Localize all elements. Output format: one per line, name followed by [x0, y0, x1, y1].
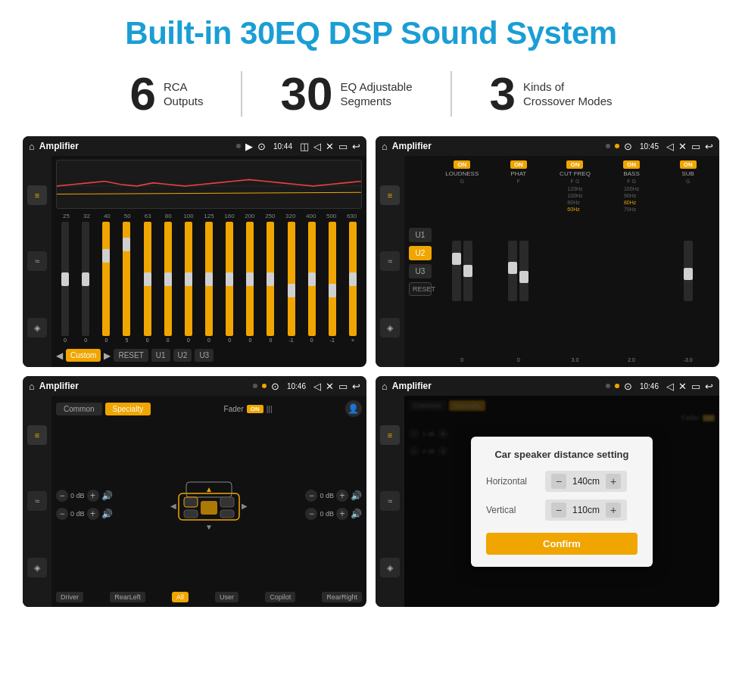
play-icon[interactable]: ▶: [245, 141, 253, 152]
amp-fader-on[interactable]: ON: [247, 405, 263, 413]
dist-home-icon[interactable]: ⌂: [382, 381, 388, 392]
amp-rearleft-btn[interactable]: RearLeft: [110, 592, 145, 602]
dsp-sidebar-btn-3[interactable]: ◈: [380, 318, 400, 338]
amp-plus-2[interactable]: +: [87, 508, 99, 520]
amp-plus-3[interactable]: +: [336, 490, 348, 502]
eq-slider-1[interactable]: 0: [76, 222, 95, 343]
eq-slider-0[interactable]: 0: [56, 222, 74, 343]
amp-minus-3[interactable]: −: [305, 490, 317, 502]
eq-u1-btn[interactable]: U1: [151, 349, 170, 362]
volume-icon[interactable]: ◁: [313, 141, 321, 152]
amp-car-area: ▲ ▼ ◀ ▶: [117, 471, 301, 539]
dist-sidebar-btn-3[interactable]: ◈: [380, 558, 400, 577]
dsp-loudness-on[interactable]: ON: [454, 160, 470, 169]
dsp-phat-on[interactable]: ON: [510, 160, 527, 169]
eq-next-btn[interactable]: ▶: [104, 350, 111, 361]
dsp-sidebar-btn-1[interactable]: ≡: [380, 185, 400, 205]
svg-text:◀: ◀: [170, 502, 176, 510]
amp-all-btn[interactable]: All: [172, 592, 189, 602]
dist-close-icon[interactable]: ✕: [678, 381, 687, 392]
dist-back-icon[interactable]: ↩: [705, 381, 713, 392]
dsp-sub-on[interactable]: ON: [680, 160, 697, 169]
eq-slider-3[interactable]: 5: [117, 222, 136, 343]
dsp-bass-on[interactable]: ON: [623, 160, 640, 169]
amp-rearright-btn[interactable]: RearRight: [322, 592, 362, 602]
dsp-screen-time: 10:45: [640, 142, 659, 151]
amp-minus-2[interactable]: −: [56, 508, 68, 520]
dsp-u1-btn[interactable]: U1: [409, 228, 432, 242]
eq-u3-btn[interactable]: U3: [195, 349, 214, 362]
amp-driver-btn[interactable]: Driver: [56, 592, 83, 602]
dsp-back-icon[interactable]: ↩: [705, 141, 713, 152]
eq-slider-2[interactable]: 0: [97, 222, 115, 343]
dist-vertical-plus[interactable]: +: [606, 502, 621, 518]
dsp-vol-icon[interactable]: ◁: [666, 141, 674, 152]
camera-icon[interactable]: ◫: [300, 141, 309, 152]
eq-slider-8[interactable]: 0: [220, 222, 238, 343]
eq-prev-btn[interactable]: ◀: [56, 350, 63, 361]
amp-screen-header: ⌂ Amplifier ⊙ 10:46 ◁ ✕ ▭ ↩: [23, 376, 366, 396]
dsp-u-col: U1 U2 U3 RESET: [409, 160, 432, 362]
dsp-home-icon[interactable]: ⌂: [382, 141, 388, 152]
eq-slider-13[interactable]: -1: [323, 222, 341, 343]
dsp-u3-btn[interactable]: U3: [409, 264, 432, 278]
close-icon[interactable]: ✕: [326, 141, 334, 152]
amp-sidebar-btn-2[interactable]: ≈: [27, 491, 47, 511]
eq-screen-time: 10:44: [273, 142, 292, 151]
home-icon[interactable]: ⌂: [29, 141, 35, 152]
amp-minus-1[interactable]: −: [56, 490, 68, 502]
dist-confirm-button[interactable]: Confirm: [486, 533, 638, 555]
dist-vol-icon[interactable]: ◁: [666, 381, 674, 392]
eq-u2-btn[interactable]: U2: [173, 349, 192, 362]
amp-back-icon[interactable]: ↩: [352, 381, 360, 392]
amp-close-icon[interactable]: ✕: [326, 381, 334, 392]
amp-copilot-btn[interactable]: Copilot: [265, 592, 295, 602]
back-icon[interactable]: ↩: [352, 141, 360, 152]
amp-plus-1[interactable]: +: [87, 490, 99, 502]
eq-sidebar-btn-3[interactable]: ◈: [27, 318, 47, 338]
eq-slider-4[interactable]: 0: [139, 222, 157, 343]
dsp-close-icon[interactable]: ✕: [678, 141, 687, 152]
eq-slider-14[interactable]: »: [344, 222, 362, 343]
amp-vol-icon[interactable]: ◁: [313, 381, 321, 392]
amp-plus-4[interactable]: +: [336, 508, 348, 520]
dist-sidebar-btn-2[interactable]: ≈: [380, 491, 400, 511]
stat-eq-desc: EQ Adjustable Segments: [340, 79, 412, 109]
dsp-reset-btn[interactable]: RESET: [409, 282, 432, 296]
eq-slider-6[interactable]: 0: [179, 222, 198, 343]
amp-dot1: [253, 384, 257, 388]
amp-resize-icon[interactable]: ▭: [338, 381, 348, 392]
amp-user-btn[interactable]: User: [215, 592, 238, 602]
eq-reset-btn[interactable]: RESET: [114, 349, 148, 362]
dist-horizontal-minus[interactable]: −: [551, 474, 566, 489]
amp-sidebar: ≡ ≈ ◈: [23, 396, 51, 607]
stat-crossover-number: 3: [490, 70, 516, 117]
eq-sidebar-btn-1[interactable]: ≡: [27, 185, 47, 205]
resize-icon[interactable]: ▭: [338, 141, 348, 152]
eq-slider-10[interactable]: 0: [261, 222, 279, 343]
dist-horizontal-plus[interactable]: +: [606, 474, 621, 489]
eq-slider-11[interactable]: -1: [282, 222, 301, 343]
dist-vertical-minus[interactable]: −: [551, 502, 566, 518]
amp-tab-specialty[interactable]: Specialty: [105, 403, 151, 415]
amp-home-icon[interactable]: ⌂: [29, 381, 35, 392]
amp-tab-common[interactable]: Common: [56, 403, 102, 415]
dsp-sidebar-btn-2[interactable]: ≈: [380, 251, 400, 271]
eq-slider-12[interactable]: 0: [303, 222, 321, 343]
eq-slider-7[interactable]: 0: [200, 222, 218, 343]
dsp-resize-icon[interactable]: ▭: [691, 141, 700, 152]
amp-minus-4[interactable]: −: [305, 508, 317, 520]
amp-sidebar-btn-3[interactable]: ◈: [27, 558, 47, 577]
dist-resize-icon[interactable]: ▭: [691, 381, 700, 392]
dsp-location-icon: ⊙: [624, 141, 632, 152]
amp-sidebar-btn-1[interactable]: ≡: [27, 425, 47, 445]
dsp-u2-btn[interactable]: U2: [409, 246, 432, 260]
dist-sidebar-btn-1[interactable]: ≡: [380, 425, 400, 445]
dsp-cutfreq-on[interactable]: ON: [566, 160, 583, 169]
eq-custom-btn[interactable]: Custom: [66, 349, 101, 362]
eq-sidebar-btn-2[interactable]: ≈: [27, 251, 47, 271]
stat-rca: 6 RCA Outputs: [92, 70, 241, 117]
amp-fader-icon: |||: [267, 405, 273, 413]
eq-slider-9[interactable]: 0: [241, 222, 259, 343]
eq-slider-5[interactable]: 0: [159, 222, 177, 343]
